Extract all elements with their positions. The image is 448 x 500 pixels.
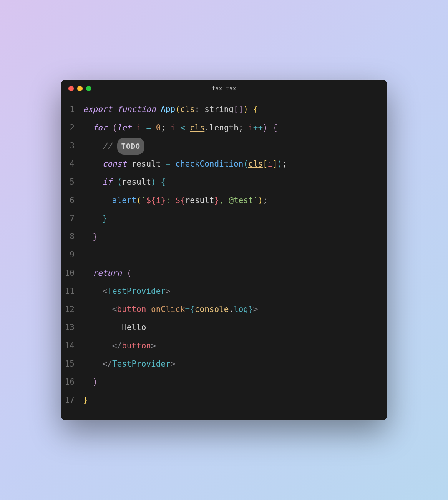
editor-window: tsx.tsx 1 export function App(cls: strin… [61,80,387,420]
jsx-component: TestProvider [112,359,171,368]
code-editor[interactable]: 1 export function App(cls: string[]) { 2… [61,95,387,420]
variable: i [156,196,161,205]
variable: result [122,177,151,187]
object: console [195,305,229,314]
variable: i [171,123,176,132]
code-line: 5 if (result) { [61,173,387,191]
line-number: 6 [61,192,83,210]
number-literal: 0 [156,123,161,132]
code-line: 11 <TestProvider> [61,282,387,300]
keyword-for: for [93,123,107,132]
type: string [204,105,234,114]
variable: i [248,123,253,132]
line-number: 15 [61,355,83,373]
keyword-if: if [103,177,112,187]
function-call: checkCondition [175,159,243,168]
code-line: 10 return ( [61,264,387,282]
jsx-text: Hello [122,323,146,332]
function-name: App [161,105,175,114]
keyword-return: return [93,268,122,278]
jsx-tag: button [117,305,146,314]
line-number: 3 [61,137,83,155]
code-line: 6 alert(`${i}: ${result}, @test`); [61,192,387,210]
comment: // [103,141,112,150]
line-number: 10 [61,264,83,282]
code-line: 17 } [61,391,387,409]
code-line: 4 const result = checkCondition(cls[i]); [61,155,387,173]
code-line: 15 </TestProvider> [61,355,387,373]
code-line: 2 for (let i = 0; i < cls.length; i++) { [61,119,387,137]
line-number: 16 [61,373,83,391]
variable: i [268,159,273,168]
jsx-tag: button [122,341,151,350]
variable: result [131,159,161,168]
method: log [234,305,248,314]
code-line: 7 } [61,210,387,228]
line-number: 5 [61,173,83,191]
keyword-function: function [117,105,156,114]
code-line: 3 // TODO [61,137,387,155]
property: length [209,123,239,132]
line-number: 17 [61,391,83,409]
code-line: 14 </button> [61,337,387,355]
code-line: 12 <button onClick={console.log}> [61,300,387,318]
string-literal: @test [229,196,253,205]
traffic-lights [68,86,91,91]
code-line: 1 export function App(cls: string[]) { [61,100,387,118]
string-literal: : [166,196,175,205]
line-number: 12 [61,300,83,318]
line-number: 4 [61,155,83,173]
line-number: 14 [61,337,83,355]
string-literal: , [219,196,229,205]
keyword-const: const [103,159,127,168]
minimize-button[interactable] [77,86,83,91]
keyword-let: let [117,123,132,132]
line-number: 8 [61,228,83,246]
code-line: 8 } [61,228,387,246]
titlebar: tsx.tsx [61,80,387,95]
line-number: 2 [61,119,83,137]
code-line: 13 Hello [61,318,387,337]
line-number: 9 [61,246,83,264]
todo-badge: TODO [117,138,145,155]
keyword-export: export [83,105,112,114]
code-line: 9 [61,246,387,264]
variable: i [136,123,141,132]
jsx-attribute: onClick [151,305,185,314]
parameter: cls [180,105,195,114]
variable: result [185,196,214,205]
line-number: 1 [61,100,83,118]
line-number: 11 [61,282,83,300]
parameter: cls [190,123,204,132]
function-call: alert [112,196,136,205]
line-number: 7 [61,210,83,228]
code-line: 16 ) [61,373,387,391]
parameter: cls [248,159,263,168]
close-button[interactable] [68,86,74,91]
jsx-component: TestProvider [107,287,166,296]
maximize-button[interactable] [86,86,91,91]
window-title: tsx.tsx [212,85,236,92]
line-number: 13 [61,318,83,337]
